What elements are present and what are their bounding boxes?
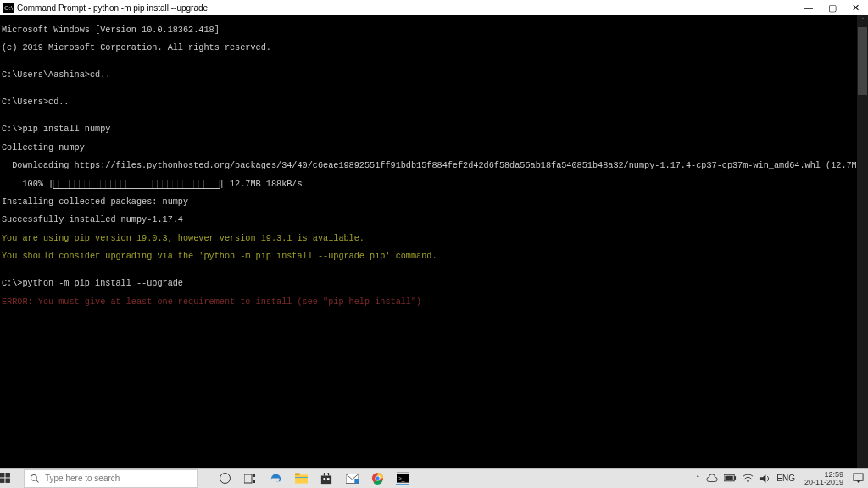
system-tray: ˄ ENG 12:59 20-11-2019 xyxy=(696,471,868,486)
svg-point-26 xyxy=(748,480,749,482)
close-button[interactable]: ✕ xyxy=(852,3,860,14)
svg-rect-16 xyxy=(354,479,359,484)
edge-icon[interactable] xyxy=(269,472,282,485)
progress-bar: ████████████████████████████████ xyxy=(53,180,220,189)
window-titlebar: C:\ Command Prompt - python -m pip insta… xyxy=(0,0,868,15)
download-line: Downloading https://files.pythonhosted.o… xyxy=(2,162,868,171)
volume-icon[interactable] xyxy=(760,474,771,484)
scroll-thumb[interactable] xyxy=(858,27,867,95)
svg-rect-24 xyxy=(734,476,736,480)
cmd-task-icon[interactable]: >_ xyxy=(396,472,409,485)
copyright-line: (c) 2019 Microsoft Corporation. All righ… xyxy=(2,44,868,53)
search-icon xyxy=(30,474,40,484)
mail-icon[interactable] xyxy=(345,472,359,485)
svg-point-4 xyxy=(31,474,37,480)
windows-logo-icon xyxy=(0,473,11,484)
svg-rect-13 xyxy=(324,478,326,480)
window-title: Command Prompt - python -m pip install -… xyxy=(17,3,208,13)
prompt-upgrade: C:\>python -m pip install --upgrade xyxy=(2,280,868,289)
console-output[interactable]: Microsoft Windows [Version 10.0.18362.41… xyxy=(0,15,868,468)
file-explorer-icon[interactable] xyxy=(294,472,308,485)
battery-icon[interactable] xyxy=(724,474,737,482)
error-line: ERROR: You must give at least one requir… xyxy=(2,298,868,308)
cmd-app-icon: C:\ xyxy=(3,3,14,13)
chrome-icon[interactable] xyxy=(370,472,384,485)
language-indicator[interactable]: ENG xyxy=(776,474,795,483)
prompt-pip-install: C:\>pip install numpy xyxy=(2,125,868,135)
svg-rect-2 xyxy=(0,479,4,483)
onedrive-icon[interactable] xyxy=(706,474,718,483)
pip-warn-line-1: You are using pip version 19.0.3, howeve… xyxy=(2,235,868,244)
svg-rect-0 xyxy=(0,473,4,477)
svg-rect-9 xyxy=(295,474,308,483)
cortana-icon[interactable] xyxy=(218,472,231,485)
date-text: 20-11-2019 xyxy=(804,479,843,486)
svg-rect-14 xyxy=(327,478,330,480)
svg-text:>_: >_ xyxy=(398,474,404,481)
installing-line: Installing collected packages: numpy xyxy=(2,198,868,208)
task-view-icon[interactable] xyxy=(243,472,257,485)
minimize-button[interactable]: — xyxy=(804,3,813,14)
wifi-icon[interactable] xyxy=(743,474,754,483)
maximize-button[interactable]: ▢ xyxy=(828,3,837,14)
svg-point-19 xyxy=(376,476,379,480)
collecting-line: Collecting numpy xyxy=(2,144,868,153)
os-version-line: Microsoft Windows [Version 10.0.18362.41… xyxy=(2,26,868,36)
prompt-cd2: C:\Users>cd.. xyxy=(2,98,868,108)
scroll-up-arrow[interactable]: ˄ xyxy=(857,15,868,26)
svg-rect-3 xyxy=(6,479,10,483)
pip-warn-line-2: You should consider upgrading via the 'p… xyxy=(2,252,868,262)
svg-rect-25 xyxy=(726,476,733,480)
search-placeholder: Type here to search xyxy=(45,474,120,483)
progress-line: 100% |████████████████████████████████| … xyxy=(2,180,868,190)
task-icons-group: >_ xyxy=(218,472,409,485)
svg-rect-8 xyxy=(253,480,255,483)
svg-rect-11 xyxy=(295,477,308,478)
windows-taskbar: Type here to search >_ ˄ xyxy=(0,468,868,488)
svg-rect-6 xyxy=(244,474,252,483)
svg-rect-12 xyxy=(321,475,331,484)
vertical-scrollbar[interactable]: ˄ xyxy=(857,15,868,468)
start-button[interactable] xyxy=(0,473,24,484)
svg-rect-7 xyxy=(253,474,255,477)
svg-rect-21 xyxy=(397,472,409,474)
prompt-cd1: C:\Users\Aashina>cd.. xyxy=(2,71,868,80)
taskbar-search[interactable]: Type here to search xyxy=(24,469,198,488)
svg-rect-27 xyxy=(854,474,863,480)
success-line: Successfully installed numpy-1.17.4 xyxy=(2,216,868,225)
svg-line-5 xyxy=(36,480,39,482)
notifications-icon[interactable] xyxy=(853,473,864,484)
tray-chevron-up-icon[interactable]: ˄ xyxy=(696,474,700,483)
clock[interactable]: 12:59 20-11-2019 xyxy=(801,471,847,486)
svg-rect-1 xyxy=(6,473,10,477)
svg-rect-10 xyxy=(295,473,300,475)
store-icon[interactable] xyxy=(320,472,333,485)
